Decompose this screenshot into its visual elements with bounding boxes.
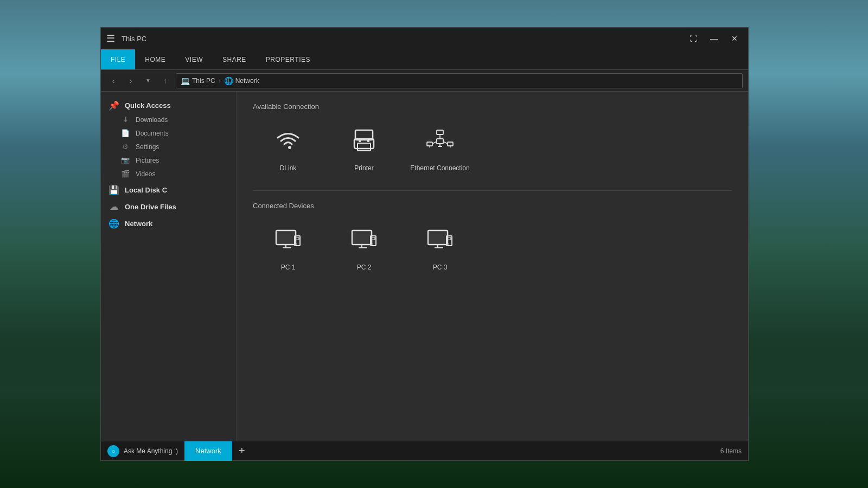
sidebar-item-onedrive[interactable]: ☁ One Drive Files (101, 197, 236, 214)
pc1-item[interactable]: PC 1 (253, 219, 323, 279)
sidebar-item-local-disk[interactable]: 💾 Local Disk C (101, 181, 236, 197)
sidebar-item-settings[interactable]: ⚙ Settings (101, 140, 236, 153)
pc1-label: PC 1 (281, 264, 296, 271)
settings-icon: ⚙ (120, 143, 130, 151)
documents-icon: 📄 (120, 129, 130, 137)
window-title: This PC (122, 35, 685, 43)
items-count: 6 Items (720, 447, 742, 455)
window-controls: ⛶ — ✕ (685, 32, 743, 45)
tab-properties[interactable]: PROPERTIES (256, 49, 320, 69)
dlink-label: DLink (280, 164, 297, 172)
svg-rect-10 (448, 142, 453, 146)
quick-access-icon: 📌 (108, 100, 119, 111)
svg-point-30 (372, 243, 373, 245)
sidebar-item-quick-access[interactable]: 📌 Quick Access (101, 96, 236, 113)
svg-rect-3 (359, 140, 361, 142)
connected-devices-title: Connected Devices (253, 202, 732, 210)
breadcrumb[interactable]: 💻 This PC › 🌐 Network (176, 73, 743, 88)
tab-share[interactable]: SHARE (213, 49, 256, 69)
statusbar-network-tab[interactable]: Network (184, 441, 232, 461)
local-disk-icon: 💾 (108, 185, 119, 195)
available-connection-title: Available Connection (253, 102, 732, 111)
svg-rect-4 (367, 140, 369, 142)
titlebar: ☰ This PC ⛶ — ✕ (101, 28, 748, 49)
available-connections-grid: DLink Printer (253, 119, 732, 179)
navigation-bar: ‹ › ▼ ↑ 💻 This PC › 🌐 Network (101, 70, 748, 92)
svg-point-37 (448, 243, 449, 245)
ethernet-item[interactable]: Ethernet Connection (405, 119, 475, 179)
tab-view[interactable]: VIEW (175, 49, 213, 69)
onedrive-icon: ☁ (108, 202, 119, 212)
main-panel: Available Connection DLink (237, 92, 748, 441)
ribbon-bar: FILE HOME VIEW SHARE PROPERTIES (101, 49, 748, 70)
statusbar: ○ Ask Me Anything :) Network + 6 Items (101, 441, 748, 460)
pc2-icon (350, 226, 378, 258)
sidebar-item-documents[interactable]: 📄 Documents (101, 126, 236, 140)
svg-rect-8 (427, 142, 432, 146)
content-area: 📌 Quick Access ⬇ Downloads 📄 Documents ⚙… (101, 92, 748, 441)
svg-rect-12 (437, 130, 443, 134)
pc3-label: PC 3 (433, 264, 448, 271)
network-icon: 🌐 (108, 219, 119, 229)
pictures-icon: 📷 (120, 156, 130, 164)
downloads-icon: ⬇ (120, 115, 130, 124)
minimize-button[interactable]: — (706, 32, 722, 45)
sidebar-item-network[interactable]: 🌐 Network (101, 214, 236, 231)
forward-button[interactable]: › (124, 74, 138, 88)
maximize-fullscreen-button[interactable]: ⛶ (685, 32, 701, 45)
dlink-item[interactable]: DLink (253, 119, 323, 179)
cortana-area[interactable]: ○ Ask Me Anything :) (107, 445, 178, 457)
svg-rect-18 (277, 232, 295, 243)
sidebar-item-pictures[interactable]: 📷 Pictures (101, 153, 236, 167)
sidebar-item-downloads[interactable]: ⬇ Downloads (101, 113, 236, 126)
connected-devices-grid: PC 1 PC 2 (253, 219, 732, 279)
tab-home[interactable]: HOME (135, 49, 175, 69)
svg-line-14 (432, 142, 437, 144)
pc2-label: PC 2 (357, 264, 372, 271)
videos-icon: 🎬 (120, 170, 130, 178)
breadcrumb-this-pc[interactable]: 💻 This PC (181, 76, 215, 85)
svg-rect-5 (437, 139, 443, 144)
network-breadcrumb-icon: 🌐 (224, 76, 233, 85)
cortana-icon: ○ (107, 445, 119, 457)
section-divider (253, 190, 732, 191)
close-button[interactable]: ✕ (726, 32, 743, 45)
breadcrumb-network[interactable]: 🌐 Network (224, 76, 259, 85)
breadcrumb-separator: › (219, 77, 221, 85)
pc3-item[interactable]: PC 3 (405, 219, 475, 279)
sidebar: 📌 Quick Access ⬇ Downloads 📄 Documents ⚙… (101, 92, 237, 441)
ethernet-icon (426, 127, 454, 159)
pc2-item[interactable]: PC 2 (329, 219, 399, 279)
hamburger-menu-icon[interactable]: ☰ (106, 33, 115, 44)
statusbar-tabs: Network + (184, 441, 714, 461)
svg-rect-25 (353, 232, 371, 243)
printer-item[interactable]: Printer (329, 119, 399, 179)
sidebar-item-videos[interactable]: 🎬 Videos (101, 167, 236, 181)
file-explorer-window: ☰ This PC ⛶ — ✕ FILE HOME VIEW SHARE PRO… (100, 27, 749, 461)
svg-rect-2 (358, 143, 371, 151)
dlink-wifi-icon (274, 127, 302, 159)
ethernet-label: Ethernet Connection (410, 164, 469, 172)
printer-label: Printer (354, 164, 373, 172)
svg-rect-32 (429, 232, 446, 243)
dropdown-button[interactable]: ▼ (141, 74, 155, 88)
svg-line-15 (443, 142, 448, 144)
printer-icon (350, 127, 378, 159)
up-button[interactable]: ↑ (158, 74, 173, 88)
add-tab-button[interactable]: + (232, 441, 252, 461)
tab-file[interactable]: FILE (101, 49, 135, 69)
this-pc-icon: 💻 (181, 76, 190, 85)
cortana-label: Ask Me Anything :) (124, 447, 178, 455)
svg-point-23 (296, 243, 297, 245)
pc3-icon (426, 226, 454, 258)
back-button[interactable]: ‹ (106, 74, 120, 88)
pc1-icon (274, 226, 302, 258)
